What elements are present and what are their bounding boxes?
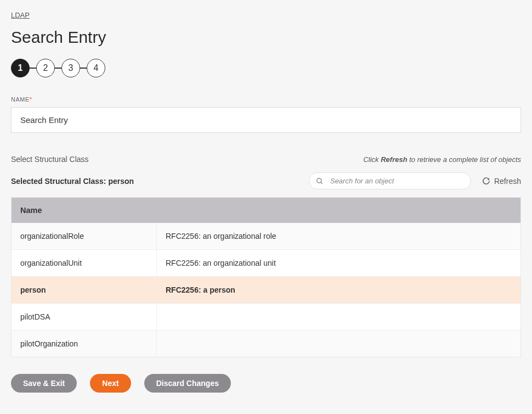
table-row[interactable]: pilotDSA bbox=[12, 304, 520, 331]
name-input[interactable] bbox=[11, 107, 521, 133]
cell-desc: RFC2256: an organizational role bbox=[157, 223, 520, 249]
search-input[interactable] bbox=[309, 172, 471, 189]
svg-line-1 bbox=[321, 182, 322, 183]
selected-structural-class: Selected Structural Class: person bbox=[11, 177, 134, 186]
step-3[interactable]: 3 bbox=[61, 59, 80, 77]
cell-name: pilotDSA bbox=[12, 304, 157, 330]
table-row[interactable]: pilotOrganization bbox=[12, 331, 520, 357]
table-row[interactable]: personRFC2256: a person bbox=[12, 277, 520, 304]
refresh-icon bbox=[482, 177, 490, 185]
step-connector bbox=[80, 68, 87, 69]
name-label: NAME* bbox=[11, 96, 521, 103]
cell-name: organizationalRole bbox=[12, 223, 157, 249]
refresh-button[interactable]: Refresh bbox=[482, 177, 521, 186]
page-title: Search Entry bbox=[11, 28, 521, 47]
next-button[interactable]: Next bbox=[90, 374, 131, 393]
step-4[interactable]: 4 bbox=[87, 59, 105, 77]
svg-point-0 bbox=[317, 178, 321, 182]
table-body[interactable]: organizationalRoleRFC2256: an organizati… bbox=[12, 223, 520, 357]
cell-desc bbox=[157, 304, 520, 330]
section-label: Select Structural Class bbox=[11, 155, 89, 164]
breadcrumb-ldap[interactable]: LDAP bbox=[11, 11, 30, 19]
cell-desc: RFC2256: a person bbox=[157, 277, 520, 303]
cell-name: organizationalUnit bbox=[12, 250, 157, 276]
structural-class-table: Name organizationalRoleRFC2256: an organ… bbox=[11, 197, 521, 357]
discard-changes-button[interactable]: Discard Changes bbox=[144, 374, 231, 393]
cell-desc bbox=[157, 331, 520, 357]
hint-text: Click Refresh to retrieve a complete lis… bbox=[363, 155, 521, 164]
table-row[interactable]: organizationalUnitRFC2256: an organizati… bbox=[12, 250, 520, 277]
search-icon bbox=[316, 177, 324, 185]
cell-desc: RFC2256: an organizational unit bbox=[157, 250, 520, 276]
step-1[interactable]: 1 bbox=[11, 59, 30, 77]
stepper: 1234 bbox=[11, 59, 521, 77]
save-exit-button[interactable]: Save & Exit bbox=[11, 374, 77, 393]
table-row[interactable]: organizationalRoleRFC2256: an organizati… bbox=[12, 223, 520, 250]
refresh-label: Refresh bbox=[494, 177, 521, 186]
step-2[interactable]: 2 bbox=[36, 59, 55, 77]
step-connector bbox=[30, 68, 36, 69]
cell-name: pilotOrganization bbox=[12, 331, 157, 357]
step-connector bbox=[55, 68, 61, 69]
table-header-name[interactable]: Name bbox=[12, 198, 520, 223]
cell-name: person bbox=[12, 277, 157, 303]
